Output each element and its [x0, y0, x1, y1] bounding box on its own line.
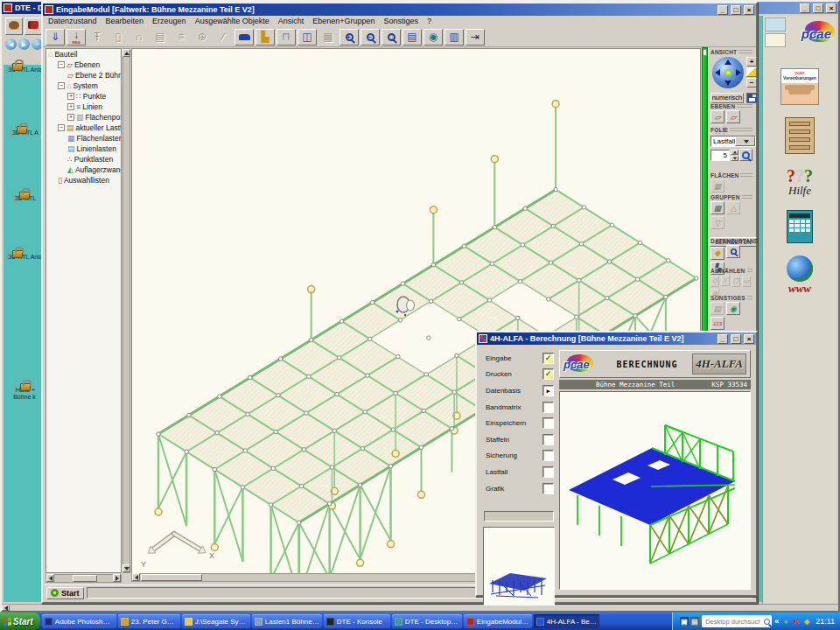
- sonstiges-darstellung-button[interactable]: ◉: [726, 302, 740, 315]
- collapse-icon[interactable]: −: [58, 82, 65, 89]
- collapse-icon[interactable]: −: [58, 124, 65, 131]
- app-close-button[interactable]: ×: [744, 5, 754, 15]
- step-checkbox-lastfall[interactable]: [542, 466, 554, 478]
- edit-view-button[interactable]: [746, 67, 757, 77]
- taskbar-task-23-peter-gabriel-don-t[interactable]: 23. Peter Gabriel - Don't ...: [118, 614, 180, 628]
- dte-minimize-button[interactable]: _: [800, 4, 810, 13]
- tree-item-ebene-2-bühne[interactable]: ▱Ebene 2 Bühne: [46, 70, 121, 80]
- dropdown-arrow-icon[interactable]: [735, 136, 755, 146]
- menu-bearbeiten[interactable]: Bearbeiten: [106, 17, 144, 27]
- dte-tool-library-button[interactable]: [24, 18, 42, 35]
- taskbar-task-j-seagate-sync-syncre[interactable]: J:\Seagate Sync\SyncRe...: [182, 614, 250, 628]
- expand-icon[interactable]: +: [67, 114, 74, 121]
- step-checkbox-eingabe[interactable]: ✓: [542, 353, 554, 364]
- pruefung-button[interactable]: ◫: [298, 29, 317, 46]
- dte-restore-button[interactable]: □: [813, 4, 823, 13]
- desktop-icon-3d-ktl-a[interactable]: 3D-KTL A: [5, 130, 44, 136]
- menu-erzeugen[interactable]: Erzeugen: [152, 17, 186, 27]
- scroll-down-icon[interactable]: [122, 564, 130, 572]
- step-checkbox-staffeln[interactable]: [542, 434, 554, 445]
- rotate-right-icon[interactable]: [736, 69, 741, 76]
- pcae-vereinbarungen-icon[interactable]: pcae Vereinbarungen: [776, 68, 823, 105]
- desktop-icon-3d-ktl-anla[interactable]: 3D-KTL Anla: [5, 66, 44, 74]
- search-input[interactable]: [704, 617, 762, 626]
- spin-down-icon[interactable]: [731, 156, 738, 161]
- beenden-button[interactable]: ⇥: [466, 29, 485, 46]
- desktop-icon-3d-ktl-anla[interactable]: 3D-KTL Anla: [5, 254, 44, 261]
- zoom-out-button[interactable]: −: [360, 29, 380, 46]
- tray-pen-icon[interactable]: ◆: [802, 617, 811, 626]
- tree-item-system[interactable]: −⌂System: [46, 80, 121, 91]
- dialog-close-button[interactable]: ×: [744, 334, 754, 344]
- start-button[interactable]: Start: [0, 612, 40, 630]
- scroll-up-icon[interactable]: [122, 49, 130, 57]
- tree-item-linien[interactable]: +≡Linien: [46, 102, 121, 112]
- dialog-restore-button[interactable]: □: [731, 334, 741, 344]
- stapler-button[interactable]: ▙: [256, 29, 275, 46]
- dte-nav-forward-button[interactable]: ▶: [18, 38, 30, 50]
- zoom-in-button[interactable]: +: [340, 29, 359, 46]
- collapse-icon[interactable]: −: [58, 61, 65, 68]
- step-checkbox-sicherung[interactable]: [542, 450, 554, 461]
- tree-item-flächenpositione[interactable]: +▥Flächenpositione: [46, 112, 121, 122]
- rotate-down-icon[interactable]: [724, 80, 732, 86]
- numerisch-button[interactable]: numerisch: [710, 93, 744, 103]
- scroll-left-icon[interactable]: [2, 605, 10, 611]
- tray-printer-icon[interactable]: ▤: [690, 617, 699, 626]
- ebene-bearbeiten-button[interactable]: ▱: [726, 110, 740, 123]
- zustand-pruefen-button[interactable]: [726, 245, 740, 258]
- desktop-icon-3d-ktl[interactable]: 3D-KTL: [5, 195, 44, 202]
- tree-item-auflagerzwangsv[interactable]: ◭Auflagerzwangsv: [46, 164, 121, 175]
- scroll-thumb[interactable]: [141, 574, 202, 581]
- scroll-thumb[interactable]: [73, 575, 97, 582]
- tree-item-linienlasten[interactable]: ▤Linienlasten: [46, 144, 121, 154]
- dialog-minimize-button[interactable]: _: [718, 334, 728, 344]
- taskbar-task-dte-desktop-engineeri[interactable]: DTE - Desktop Engineeri...: [392, 614, 462, 628]
- dte-tool-post-button[interactable]: [5, 18, 23, 35]
- taskbar-task-dte-konsole[interactable]: DTE - Konsole: [324, 614, 390, 628]
- zustand-sichern-button[interactable]: ◆: [710, 247, 724, 260]
- scroll-left-icon[interactable]: [132, 573, 140, 581]
- step-checkbox-grafik[interactable]: [542, 483, 554, 494]
- drucken-button[interactable]: ▤: [402, 29, 422, 46]
- step-checkbox-bandmatrix[interactable]: [542, 402, 554, 413]
- folie-number-input[interactable]: 5: [710, 150, 730, 161]
- dte-start-button[interactable]: Start: [46, 587, 84, 599]
- datenzustand-laden-button[interactable]: ⇓: [46, 29, 65, 46]
- dte-bottom-scrollbar[interactable]: [2, 604, 838, 611]
- step-checkbox-einspeichern[interactable]: [542, 417, 554, 429]
- tree-item-flächenlasten[interactable]: ▦Flächenlasten: [46, 133, 121, 144]
- tray-messenger-icon[interactable]: ●: [781, 617, 790, 626]
- gruppen-schraffur-button[interactable]: ▩: [710, 201, 724, 214]
- ebene-form-button[interactable]: ▱: [710, 110, 724, 123]
- scroll-right-icon[interactable]: [113, 574, 121, 582]
- dte-close-button[interactable]: ×: [826, 4, 836, 13]
- taskbar-task-lasten1-bühne-paint[interactable]: Lasten1 Bühne - Paint: [252, 614, 322, 628]
- taskbar-task-adobe-photoshop-cs3-e[interactable]: Adobe Photoshop CS3 E...: [42, 614, 116, 628]
- fahrzeug-button[interactable]: [234, 29, 254, 46]
- tray-kaspersky-icon[interactable]: K: [792, 617, 801, 626]
- tree-item-punktlasten[interactable]: ∴Punktlasten: [46, 154, 121, 164]
- neu-button[interactable]: ↓neu: [66, 29, 86, 46]
- hilfe-icon[interactable]: ??? Hilfe: [776, 166, 823, 198]
- step-checkbox-datenbasis[interactable]: ▸: [542, 385, 554, 396]
- menu-datenzustand[interactable]: Datenzustand: [48, 17, 97, 27]
- app-restore-button[interactable]: □: [731, 5, 741, 15]
- zoom-out-button[interactable]: −: [746, 78, 757, 88]
- zoom-in-button[interactable]: +: [746, 57, 757, 66]
- folie-search-button[interactable]: [739, 149, 752, 161]
- tree-item-aktueller-lastfall[interactable]: −▤aktueller Lastfall: [46, 122, 121, 133]
- tree-vertical-scrollbar[interactable]: [122, 48, 130, 573]
- desktop-icon-halle-bühne-k[interactable]: Halle + Bühne k: [5, 387, 44, 401]
- tree-item-ebenen[interactable]: −▱Ebenen: [46, 60, 121, 70]
- menu-ebenen-gruppen[interactable]: Ebenen+Gruppen: [312, 17, 374, 27]
- rotate-center-icon[interactable]: [724, 69, 732, 76]
- expand-icon[interactable]: +: [67, 93, 74, 100]
- tree-horizontal-scrollbar[interactable]: [46, 574, 122, 583]
- spin-up-icon[interactable]: [731, 150, 738, 155]
- rotate-up-icon[interactable]: [724, 60, 732, 65]
- taskbar-task-4h-alfa-berechnun[interactable]: 4H-ALFA - Berechnun...: [534, 614, 599, 628]
- www-icon[interactable]: www: [776, 256, 823, 296]
- view-rotate-control[interactable]: [712, 57, 744, 88]
- sonstiges-nummern-button[interactable]: 123: [710, 317, 724, 330]
